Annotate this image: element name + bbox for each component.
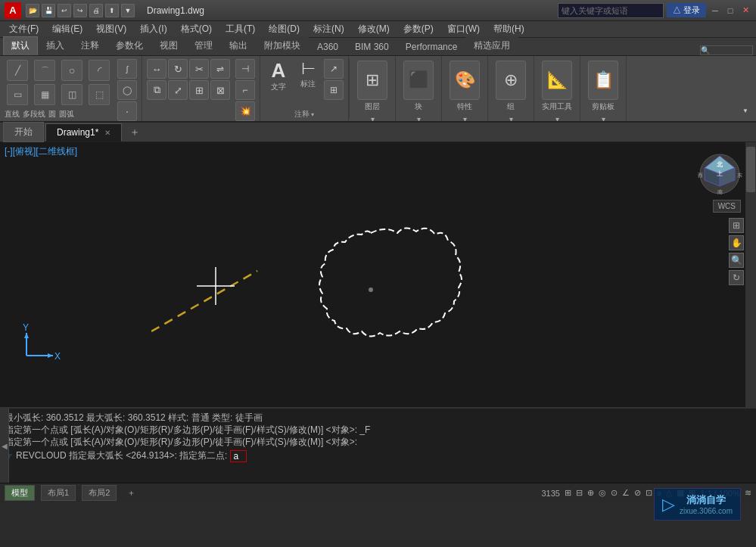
tab-layout1[interactable]: 布局1	[41, 485, 76, 501]
ribbon-tab-addons[interactable]: 附加模块	[256, 36, 309, 55]
ribbon-tab-insert[interactable]: 插入	[38, 36, 73, 55]
ribbon-tab-a360[interactable]: A360	[309, 39, 347, 55]
status-icon-snap[interactable]: ⊞	[565, 488, 571, 498]
scale-icon[interactable]: ⊞	[189, 80, 209, 100]
menu-format[interactable]: 格式(O)	[175, 21, 218, 37]
tool-circle[interactable]: ○	[59, 59, 85, 82]
navigation-cube[interactable]: 北 南 东 西 上	[697, 151, 742, 197]
cmd-toggle-btn[interactable]: ◀	[0, 409, 9, 483]
groups-group-label[interactable]: ▾	[509, 113, 513, 123]
annotation-group-label[interactable]: 注释 ▾	[294, 107, 315, 120]
menu-window[interactable]: 窗口(W)	[441, 21, 486, 37]
status-icon-polar[interactable]: ◎	[599, 488, 606, 498]
qat-more[interactable]: ▼	[121, 4, 135, 17]
qat-redo[interactable]: ↪	[73, 4, 87, 17]
tab-drawing1[interactable]: Drawing1* ✕	[45, 123, 122, 141]
vertical-scrollbar[interactable]	[745, 142, 756, 407]
menu-file[interactable]: 文件(F)	[3, 21, 45, 37]
qat-open[interactable]: 📂	[26, 4, 39, 17]
mirror-icon[interactable]: ⇌	[210, 59, 230, 79]
menu-edit[interactable]: 编辑(E)	[46, 21, 89, 37]
extend-icon[interactable]: ⊣	[235, 59, 255, 79]
btn-block[interactable]: ⬛ 块	[400, 59, 437, 113]
status-icon-more[interactable]: ≋	[745, 488, 751, 498]
tab-start[interactable]: 开始	[3, 122, 44, 142]
menu-dimension[interactable]: 标注(N)	[307, 21, 350, 37]
tool-boundary[interactable]: ⬚	[86, 83, 112, 106]
status-icon-ortho[interactable]: ⊕	[587, 488, 594, 498]
login-button[interactable]: △ 登录	[667, 3, 706, 17]
tool-hatch[interactable]: ▦	[32, 83, 58, 106]
btn-group[interactable]: ⊕ 组	[493, 59, 529, 113]
ribbon-expand-btn[interactable]: ▼	[742, 107, 753, 118]
ribbon-tab-annotation[interactable]: 注释	[73, 36, 107, 55]
menu-draw[interactable]: 绘图(D)	[263, 21, 306, 37]
cmd-input-field[interactable]	[230, 450, 247, 462]
btn-text[interactable]: A 文字	[265, 59, 292, 94]
drawing-viewport[interactable]: [-][俯视][二维线框] 北 南 东 西 上 WCS Y X	[0, 142, 756, 407]
tab-close-icon[interactable]: ✕	[104, 129, 110, 137]
status-icon-ducs[interactable]: ⊘	[634, 488, 641, 498]
ellipse-icon[interactable]: ◯	[117, 80, 137, 100]
btn-layer[interactable]: ⊞ 图层	[354, 59, 390, 113]
menu-modify[interactable]: 修改(M)	[352, 21, 396, 37]
rotate-icon[interactable]: ↻	[168, 59, 188, 79]
qat-undo[interactable]: ↩	[58, 4, 71, 17]
explode-icon[interactable]: 💥	[235, 101, 255, 121]
ribbon-tab-featured[interactable]: 精选应用	[465, 36, 518, 55]
app-logo[interactable]: A	[5, 2, 21, 19]
search-input[interactable]	[558, 3, 664, 18]
menu-insert[interactable]: 插入(I)	[134, 21, 173, 37]
close-button[interactable]: ✕	[739, 5, 751, 17]
layer-group-label[interactable]: ▾	[371, 113, 375, 123]
trim-icon[interactable]: ✂	[189, 59, 209, 79]
add-layout-btn[interactable]: ＋	[123, 486, 140, 500]
move-icon[interactable]: ↔	[147, 59, 166, 79]
orbit-btn[interactable]: ↻	[729, 270, 744, 285]
ribbon-tab-param[interactable]: 参数化	[107, 36, 151, 55]
btn-dimension[interactable]: ⊢ 标注	[294, 59, 322, 91]
menu-tools[interactable]: 工具(T)	[219, 21, 261, 37]
leader-icon[interactable]: ↗	[324, 59, 344, 79]
status-icon-dyn[interactable]: ⊡	[646, 488, 652, 498]
tool-arc[interactable]: ◜	[86, 59, 112, 82]
copy-icon[interactable]: ⧉	[147, 80, 166, 100]
status-icon-grid[interactable]: ⊟	[576, 488, 583, 498]
status-icon-osnap[interactable]: ⊙	[611, 488, 618, 498]
point-icon[interactable]: ·	[117, 101, 137, 121]
tab-model[interactable]: 模型	[5, 485, 35, 501]
menu-param[interactable]: 参数(P)	[397, 21, 440, 37]
minimize-button[interactable]: ─	[709, 5, 721, 17]
properties-group-label[interactable]: ▾	[463, 113, 467, 123]
menu-view[interactable]: 视图(V)	[90, 21, 132, 37]
ribbon-tab-default[interactable]: 默认	[3, 36, 38, 55]
table-icon[interactable]: ⊞	[324, 80, 344, 100]
btn-clipboard[interactable]: 📋 剪贴板	[585, 59, 621, 113]
menu-help[interactable]: 帮助(H)	[487, 21, 530, 37]
ribbon-tab-output[interactable]: 输出	[221, 36, 256, 55]
tool-line[interactable]: ╱	[5, 59, 30, 82]
tool-polyline[interactable]: ⌒	[32, 59, 58, 82]
pan-btn[interactable]: ✋	[729, 235, 744, 250]
ribbon-tab-manage[interactable]: 管理	[186, 36, 221, 55]
clipboard-group-label[interactable]: ▾	[602, 113, 605, 123]
block-group-label[interactable]: ▾	[417, 113, 421, 123]
tab-layout2[interactable]: 布局2	[82, 485, 117, 501]
qat-print[interactable]: 🖨	[89, 4, 103, 17]
qat-export[interactable]: ⬆	[105, 4, 119, 17]
wcs-button[interactable]: WCS	[713, 200, 741, 213]
ribbon-search-btn[interactable]: 🔍	[700, 45, 753, 55]
tool-rect[interactable]: ▭	[5, 83, 30, 106]
ribbon-tab-view[interactable]: 视图	[151, 36, 186, 55]
btn-utilities[interactable]: 📐 实用工具	[539, 59, 575, 113]
qat-save[interactable]: 💾	[42, 4, 55, 17]
scrollbar-thumb[interactable]	[746, 147, 755, 192]
spline-icon[interactable]: ∫	[117, 59, 137, 79]
utilities-group-label[interactable]: ▾	[555, 113, 559, 123]
tab-add-button[interactable]: ＋	[123, 123, 146, 142]
restore-button[interactable]: □	[724, 5, 736, 17]
zoom-extents-btn[interactable]: ⊞	[729, 218, 744, 233]
btn-properties[interactable]: 🎨 特性	[446, 59, 483, 113]
tool-gradient[interactable]: ◫	[59, 83, 85, 106]
stretch-icon[interactable]: ⤢	[168, 80, 188, 100]
